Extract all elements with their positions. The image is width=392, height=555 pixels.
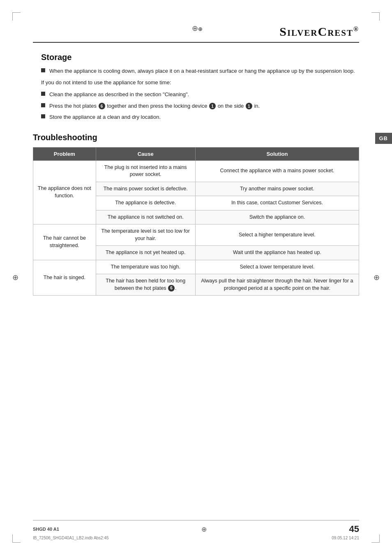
troubleshooting-table: Problem Cause Solution The appliance doe… — [33, 147, 359, 296]
storage-bullet-2: Clean the appliance as described in the … — [41, 90, 359, 99]
troubleshooting-title: Troubleshooting — [33, 133, 359, 142]
cause-5: The temperature level is set too low for… — [96, 224, 195, 246]
storage-bullet-3: Press the hot plates 6 together and then… — [41, 102, 359, 110]
solution-3: In this case, contact Customer Services. — [195, 196, 359, 210]
solution-1: Connect the appliance with a mains power… — [195, 160, 359, 182]
cause-4: The appliance is not switched on. — [96, 210, 195, 224]
problem-3: The hair is singed. — [33, 260, 96, 296]
corner-mark-br — [371, 534, 380, 543]
crosshair-left: ⊕ — [12, 273, 18, 282]
storage-bullet-2-text: Clean the appliance as described in the … — [49, 90, 189, 99]
cause-1: The plug is not inserted into a mains po… — [96, 160, 195, 182]
icon-circle-6a: 6 — [99, 103, 105, 109]
cause-7: The temperature was too high. — [96, 260, 195, 274]
table-header-row: Problem Cause Solution — [33, 147, 359, 160]
icon-circle-1b: 1 — [246, 103, 252, 109]
crosshair-right: ⊕ — [374, 273, 380, 282]
problem-1: The appliance does not function. — [33, 160, 96, 224]
footer: SHGD 40 A1 ⊕ 45 — [33, 520, 359, 534]
solution-8: Always pull the hair straightener throug… — [195, 274, 359, 296]
problem-2: The hair cannot be straightened. — [33, 224, 96, 260]
solution-7: Select a lower temperature level. — [195, 260, 359, 274]
corner-mark-tl — [12, 12, 21, 21]
table-row: The hair cannot be straightened. The tem… — [33, 224, 359, 246]
bullet-square-2 — [41, 92, 45, 96]
icon-circle-1a: 1 — [209, 103, 216, 109]
bullet-square-1 — [41, 68, 45, 72]
bullet-square-3 — [41, 103, 45, 107]
storage-bullet-1-text: When the appliance is cooling down, alwa… — [49, 67, 355, 75]
solution-2: Try another mains power socket. — [195, 182, 359, 196]
col-problem: Problem — [33, 147, 96, 160]
storage-bullet-3-text: Press the hot plates 6 together and then… — [49, 102, 260, 110]
table-row: The hair is singed. The temperature was … — [33, 260, 359, 274]
footer-model: SHGD 40 A1 — [33, 527, 59, 532]
corner-mark-tr — [371, 12, 380, 21]
storage-section: Storage When the appliance is cooling do… — [33, 53, 359, 121]
storage-bullet-4: Store the appliance at a clean and dry l… — [41, 113, 359, 121]
brand-name: SilverCrest® — [279, 25, 359, 38]
storage-bullet-4-text: Store the appliance at a clean and dry l… — [49, 113, 161, 121]
cause-3: The appliance is defective. — [96, 196, 195, 210]
cause-6: The appliance is not yet heated up. — [96, 246, 195, 260]
corner-mark-bl — [12, 534, 21, 543]
gb-badge: GB — [375, 133, 392, 144]
page-number: 45 — [349, 524, 359, 534]
footer-print-info: IB_72506_SHGD40A1_LB2.indb Abs2:45 — [33, 536, 109, 540]
col-solution: Solution — [195, 147, 359, 160]
crosshair-top: ⊕ — [192, 24, 200, 32]
storage-bullet-1: When the appliance is cooling down, alwa… — [41, 67, 359, 75]
col-cause: Cause — [96, 147, 195, 160]
storage-title: Storage — [41, 53, 359, 62]
bullet-square-4 — [41, 114, 45, 118]
troubleshooting-section: Troubleshooting GB Problem Cause Solutio… — [33, 133, 359, 296]
cause-2: The mains power socket is defective. — [96, 182, 195, 196]
footer-crosshair: ⊕ — [201, 525, 207, 533]
storage-intro-text: If you do not intend to use the applianc… — [41, 79, 359, 87]
footer-date: 09.05.12 14:21 — [332, 536, 359, 540]
solution-6: Wait until the appliance has heated up. — [195, 246, 359, 260]
table-row: The appliance does not function. The plu… — [33, 160, 359, 182]
solution-5: Select a higher temperature level. — [195, 224, 359, 246]
icon-circle-6b: 6 — [168, 285, 175, 291]
solution-4: Switch the appliance on. — [195, 210, 359, 224]
cause-8: The hair has been held for too long betw… — [96, 274, 195, 296]
